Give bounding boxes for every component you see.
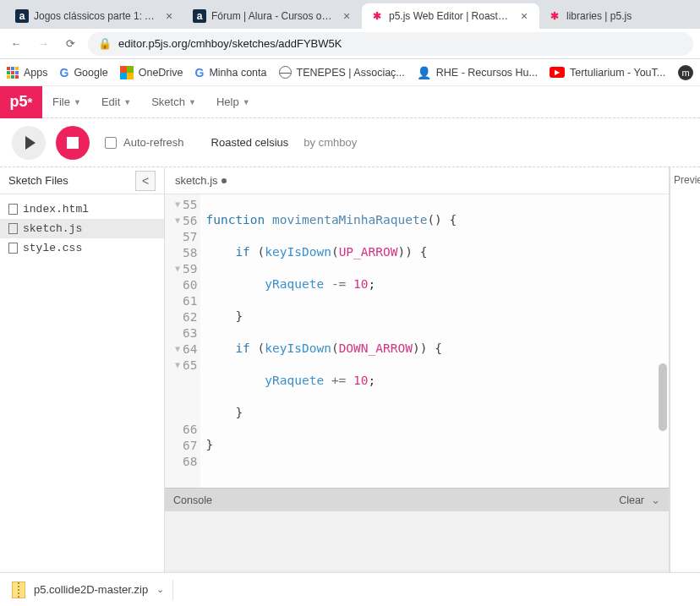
code-content[interactable]: function movimentaMinhaRaquete() { if (k… bbox=[200, 194, 642, 488]
url-input[interactable]: 🔒 editor.p5js.org/cmhboy/sketches/addFYB… bbox=[88, 32, 693, 56]
address-bar: ← → ⟳ 🔒 editor.p5js.org/cmhboy/sketches/… bbox=[0, 29, 700, 59]
browser-tab-strip: a Jogos clássicos parte 1: Aula × a Fóru… bbox=[0, 0, 700, 29]
menu-help[interactable]: Help▼ bbox=[206, 86, 260, 118]
file-icon bbox=[8, 243, 18, 254]
bookmark-onedrive[interactable]: OneDrive bbox=[120, 66, 183, 79]
browser-tab-2[interactable]: a Fórum | Alura - Cursos online × bbox=[184, 3, 362, 29]
workspace: Sketch Files < index.html sketch.js styl… bbox=[0, 167, 700, 572]
download-item[interactable]: p5.collide2D-master.zip ⌄ bbox=[12, 581, 164, 598]
editor-tab-name: sketch.js bbox=[175, 174, 218, 187]
globe-icon bbox=[279, 66, 292, 79]
chevron-down-icon[interactable]: ⌄ bbox=[651, 494, 660, 506]
auto-refresh-toggle[interactable]: Auto-refresh bbox=[105, 136, 184, 149]
browser-tab-3-active[interactable]: ✱ p5.js Web Editor | Roasted cel × bbox=[362, 3, 539, 29]
zip-icon bbox=[12, 581, 25, 598]
apps-button[interactable]: Apps bbox=[7, 67, 48, 79]
file-item-sketch[interactable]: sketch.js bbox=[0, 219, 164, 238]
p5-icon: ✱ bbox=[370, 9, 384, 23]
sketch-name[interactable]: Roasted celsius bbox=[211, 136, 289, 149]
close-icon[interactable]: × bbox=[162, 9, 176, 23]
editor-column: sketch.js ▼55 ▼56 57 58 ▼59 60 61 62 63 … bbox=[165, 167, 670, 572]
tab-title: Jogos clássicos parte 1: Aula bbox=[34, 10, 157, 22]
tab-title: Fórum | Alura - Cursos online bbox=[211, 10, 335, 22]
editor-tab[interactable]: sketch.js bbox=[165, 167, 669, 194]
forward-button[interactable]: → bbox=[34, 35, 52, 53]
stop-button[interactable] bbox=[56, 126, 90, 160]
back-button[interactable]: ← bbox=[7, 35, 25, 53]
browser-tab-1[interactable]: a Jogos clássicos parte 1: Aula × bbox=[7, 3, 184, 29]
stop-icon bbox=[67, 137, 79, 149]
modified-indicator-icon bbox=[221, 178, 227, 183]
m-icon: m bbox=[678, 65, 693, 80]
preview-panel: Preview bbox=[670, 167, 700, 572]
bookmark-minha-conta[interactable]: G Minha conta bbox=[195, 66, 267, 79]
lock-icon: 🔒 bbox=[98, 37, 112, 50]
preview-label: Preview bbox=[674, 174, 700, 186]
google-icon: G bbox=[195, 66, 205, 79]
console-clear-button[interactable]: Clear bbox=[619, 494, 644, 506]
console-body[interactable] bbox=[165, 511, 669, 572]
bookmark-tenepes[interactable]: TENEPES | Associaç... bbox=[279, 66, 405, 79]
bookmarks-bar: Apps G Google OneDrive G Minha conta TEN… bbox=[0, 59, 700, 86]
chevron-down-icon: ▼ bbox=[123, 98, 131, 106]
sidebar-header: Sketch Files < bbox=[0, 167, 164, 194]
sketch-author: by cmhboy bbox=[304, 136, 357, 149]
tab-title: p5.js Web Editor | Roasted cel bbox=[389, 10, 512, 22]
code-editor[interactable]: ▼55 ▼56 57 58 ▼59 60 61 62 63 ▼64 ▼65 66… bbox=[165, 194, 669, 488]
p5-icon: ✱ bbox=[548, 9, 561, 23]
chevron-down-icon: ▼ bbox=[243, 98, 250, 106]
file-icon bbox=[8, 223, 18, 234]
bookmark-google[interactable]: G Google bbox=[60, 66, 108, 79]
play-icon bbox=[25, 136, 36, 150]
bookmark-rhe[interactable]: 👤 RHE - Recursos Hu... bbox=[417, 66, 538, 79]
collapse-sidebar-button[interactable]: < bbox=[135, 171, 156, 191]
menu-edit[interactable]: Edit▼ bbox=[91, 86, 141, 118]
rhe-icon: 👤 bbox=[417, 66, 431, 79]
close-icon[interactable]: × bbox=[517, 9, 531, 23]
chevron-down-icon[interactable]: ⌄ bbox=[156, 584, 164, 595]
bookmark-tertuliarium[interactable]: ▶ Tertuliarium - YouT... bbox=[550, 67, 665, 79]
url-text: editor.p5js.org/cmhboy/sketches/addFYBW5… bbox=[118, 37, 342, 50]
p5-logo[interactable]: p5* bbox=[0, 86, 42, 118]
alura-icon: a bbox=[15, 9, 29, 23]
onedrive-icon bbox=[120, 66, 134, 79]
sidebar-title: Sketch Files bbox=[8, 174, 68, 187]
downloads-bar: p5.collide2D-master.zip ⌄ bbox=[0, 572, 700, 606]
file-item-style[interactable]: style.css bbox=[0, 238, 164, 258]
file-sidebar: Sketch Files < index.html sketch.js styl… bbox=[0, 167, 165, 572]
editor-toolbar: Auto-refresh Roasted celsius by cmhboy bbox=[0, 118, 700, 167]
alura-icon: a bbox=[193, 9, 206, 23]
file-item-index[interactable]: index.html bbox=[0, 199, 164, 219]
chevron-down-icon: ▼ bbox=[74, 98, 81, 106]
console-title: Console bbox=[173, 494, 212, 506]
scrollbar[interactable] bbox=[659, 363, 667, 431]
chevron-down-icon: ▼ bbox=[189, 98, 196, 106]
menu-file[interactable]: File▼ bbox=[42, 86, 91, 118]
file-list: index.html sketch.js style.css bbox=[0, 194, 164, 263]
reload-button[interactable]: ⟳ bbox=[61, 35, 79, 53]
google-icon: G bbox=[60, 66, 69, 79]
browser-tab-4[interactable]: ✱ libraries | p5.js bbox=[539, 3, 640, 29]
p5-menubar: p5* File▼ Edit▼ Sketch▼ Help▼ bbox=[0, 86, 700, 118]
download-filename: p5.collide2D-master.zip bbox=[34, 583, 148, 596]
console-header: Console Clear ⌄ bbox=[165, 488, 669, 511]
youtube-icon: ▶ bbox=[550, 67, 565, 78]
play-button[interactable] bbox=[12, 126, 46, 160]
bookmark-more[interactable]: m bbox=[678, 65, 693, 80]
menu-sketch[interactable]: Sketch▼ bbox=[141, 86, 206, 118]
line-gutter: ▼55 ▼56 57 58 ▼59 60 61 62 63 ▼64 ▼65 66… bbox=[165, 194, 200, 488]
checkbox-icon bbox=[105, 137, 117, 149]
apps-icon bbox=[7, 67, 19, 79]
close-icon[interactable]: × bbox=[340, 9, 353, 23]
file-icon bbox=[8, 204, 18, 215]
separator bbox=[172, 580, 173, 600]
tab-title: libraries | p5.js bbox=[566, 10, 632, 22]
